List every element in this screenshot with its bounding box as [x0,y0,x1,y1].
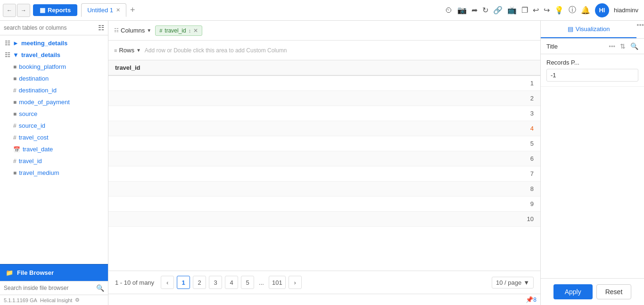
reports-button[interactable]: ▦ Reports [33,4,77,16]
file-browser-search-input[interactable] [4,285,93,291]
sidebar-col-destination[interactable]: ■ destination [8,73,108,84]
username-label: hiadminv [614,7,638,14]
column-tag-travel-id: # travel_id ↕ ✕ [155,25,202,36]
page-2-button[interactable]: 2 [193,276,206,289]
search-input[interactable] [4,25,95,31]
page-3-button[interactable]: 3 [209,276,222,289]
image-icon[interactable]: 📷 [457,6,467,15]
bell-icon[interactable]: 🔔 [581,6,590,15]
line-chart-icon[interactable]: ⏲ [445,6,453,15]
link-icon[interactable]: 🔗 [493,6,503,15]
fullscreen-icon[interactable]: ❐ [521,6,528,15]
tab-close-icon[interactable]: ✕ [116,7,120,13]
file-browser-section[interactable]: 📁 File Browser [0,264,108,281]
rows-row: ≡ Rows ▼ Add row or Double click this ar… [108,41,540,60]
sidebar-col-source-id[interactable]: # source_id [8,120,108,132]
text-col-icon: ■ [13,64,17,70]
columns-label[interactable]: ☷ Columns ▼ [114,27,151,34]
columns-dropdown-icon[interactable]: ▼ [147,28,151,33]
rows-icon: ≡ [114,48,117,53]
pin-icon[interactable]: 📌 [526,296,533,303]
main-layout: ☷ ☷ ► meeting_details ☷ ▼ travel_details… [0,21,644,305]
column-remove-icon[interactable]: ✕ [193,27,198,34]
tab-add-icon[interactable]: + [128,5,137,15]
user-avatar[interactable]: HI [595,3,609,17]
tree-area: ☷ ► meeting_details ☷ ▼ travel_details ■… [0,35,108,264]
pagination-bar: 1 - 10 of many ‹ 1 2 3 4 5 ... 101 › 10 … [108,271,540,294]
num-col-icon2: # [13,123,17,129]
visualization-more-icon[interactable]: ••• [636,21,644,38]
column-tag-hash-icon: # [159,28,162,33]
file-browser-search: 🔍 [0,281,108,295]
sidebar-col-travel-id[interactable]: # travel_id [8,155,108,167]
sidebar-col-travel-cost[interactable]: # travel_cost [8,132,108,143]
page-1-button[interactable]: 1 [177,276,190,289]
right-footer: Apply Reset [541,278,644,305]
rows-label[interactable]: ≡ Rows ▼ [114,47,141,54]
settings-icon[interactable]: ⚙ [75,297,80,303]
num-col-icon4: # [13,158,17,165]
grid-view-icon[interactable]: ☷ [98,24,104,32]
page-dots: ... [257,279,266,286]
sidebar-col-booking-platform[interactable]: ■ booking_platform [8,61,108,73]
search-icon[interactable]: 🔍 [630,42,638,50]
page-4-button[interactable]: 4 [225,276,238,289]
table-icon: ☷ [5,40,10,47]
rows-dropdown-icon[interactable]: ▼ [136,48,141,53]
tab-visualization[interactable]: ▤ Visualization [541,21,636,38]
bottom-bar: 📌 8 [108,294,540,305]
tab-untitled1[interactable]: Untitled 1 ✕ [81,3,126,17]
columns-icon: ☷ [114,27,119,33]
lightbulb-icon[interactable]: 💡 [554,6,564,15]
records-per-input[interactable] [546,69,638,82]
forward-button[interactable]: → [17,4,30,17]
right-panel: ▤ Visualization ••• Title ••• ⇅ 🔍 Record… [540,21,644,305]
last-page-button[interactable]: 101 [269,276,286,289]
center-content: ☷ Columns ▼ # travel_id ↕ ✕ ≡ Rows ▼ [108,21,540,305]
share-icon[interactable]: ➦ [471,6,478,15]
file-search-icon[interactable]: 🔍 [96,284,104,292]
reset-button[interactable]: Reset [596,284,632,299]
folder-icon: 📁 [6,269,13,276]
more-icon[interactable]: ••• [609,43,615,50]
back-button[interactable]: ← [3,4,16,17]
next-page-button[interactable]: › [289,276,302,289]
help-icon[interactable]: ⓘ [569,5,576,15]
search-bar: ☷ [0,21,108,35]
records-per-label: Records P... [546,59,638,66]
column-drag-icon[interactable]: ↕ [189,28,191,33]
sidebar-col-travel-medium[interactable]: ■ travel_medium [8,167,108,179]
sidebar-col-travel-date[interactable]: 📅 travel_date [8,143,108,155]
date-col-icon: 📅 [13,146,20,153]
redo-icon[interactable]: ↪ [544,6,550,15]
sidebar-col-destination-id[interactable]: # destination_id [8,84,108,96]
top-bar: ← → ▦ Reports Untitled 1 ✕ + ⏲ 📷 ➦ ↻ 🔗 📺… [0,0,644,21]
expand-arrow-icon: ► [13,40,19,47]
columns-row: ☷ Columns ▼ # travel_id ↕ ✕ [108,21,540,41]
data-table-area: travel_id 12345678910 [108,60,540,271]
tabs-area: Untitled 1 ✕ + [77,3,439,17]
bar-chart-icon: ▦ [40,7,45,14]
table-row: 4 [108,121,540,136]
table-header-travel-id: travel_id [108,60,540,75]
sidebar: ☷ ☷ ► meeting_details ☷ ▼ travel_details… [0,21,108,305]
page-5-button[interactable]: 5 [241,276,254,289]
num-col-icon3: # [13,134,17,141]
per-page-select[interactable]: 10 / page ▼ [492,277,534,289]
prev-page-button[interactable]: ‹ [161,276,174,289]
data-table: travel_id 12345678910 [108,60,540,227]
sidebar-col-source[interactable]: ■ source [8,108,108,120]
refresh-icon[interactable]: ↻ [482,6,488,15]
monitor-icon[interactable]: 📺 [507,6,517,15]
add-row-hint[interactable]: Add row or Double click this area to add… [145,47,535,54]
sidebar-item-travel-details[interactable]: ☷ ▼ travel_details [0,49,108,61]
sort-icon[interactable]: ⇅ [620,42,626,50]
text-col-icon3: ■ [13,99,17,106]
sidebar-item-meeting-details[interactable]: ☷ ► meeting_details [0,37,108,49]
apply-button[interactable]: Apply [553,284,593,299]
table-row: 5 [108,136,540,151]
undo-icon[interactable]: ↩ [533,6,539,15]
text-col-icon5: ■ [13,170,17,176]
right-tabs: ▤ Visualization ••• [541,21,644,39]
sidebar-col-mode-of-payment[interactable]: ■ mode_of_payment [8,96,108,108]
